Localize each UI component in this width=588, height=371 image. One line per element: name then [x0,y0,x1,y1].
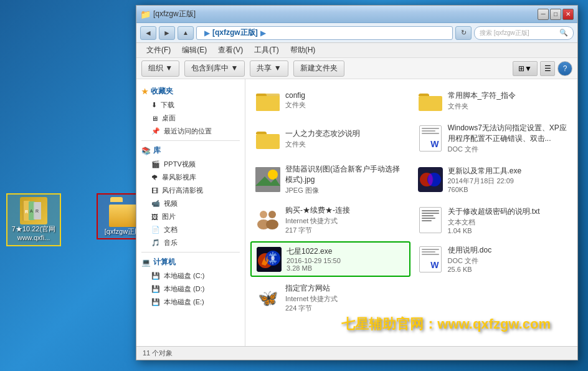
file-item-jpeg[interactable]: 登陆器识别图(适合新客户手动选择模式).jpg JPEG 图像 [250,160,410,199]
search-field[interactable]: 搜索 [qxfzgw正版] 🔍 [474,26,574,40]
nav-fengxing[interactable]: 🎞 风行高清影视 [136,184,245,197]
file-item-official-link[interactable]: 🦋 指定官方网站 Internet 快捷方式 224 字节 [250,279,410,317]
nav-separator-2 [141,252,240,253]
file-name-guide: 一人之力变态攻沙说明 [285,128,405,139]
svg-rect-16 [255,167,280,192]
nav-storm[interactable]: 🌪 暴风影视库 [136,171,245,184]
menu-bar: 文件(F) 编辑(E) 查看(V) 工具(T) 帮助(H) [136,43,577,58]
files-grid: config 文件夹 常用脚本_字符_指令 [250,84,572,317]
desktop-icon-nav: 🖥 [151,115,158,122]
music-icon: 🎵 [151,239,160,247]
up-button[interactable]: ▲ [178,26,194,40]
nav-pptv[interactable]: 🎬 PPTV视频 [136,158,245,171]
address-field[interactable]: ▶ [qxfzgw正版] ▶ [196,26,453,40]
file-name-qixing-exe: 七星1022.exe [287,246,404,257]
menu-edit[interactable]: 编辑(E) [177,44,212,57]
file-size-buy-link: 217 字节 [285,226,405,235]
file-name-config: config [285,91,405,100]
nav-music[interactable]: 🎵 音乐 [136,236,245,249]
forward-button[interactable]: ► [159,26,175,40]
toolbar: 组织 ▼ 包含到库中 ▼ 共享 ▼ 新建文件夹 ⊞▼ ☰ ? [136,58,577,79]
address-arrow2: ▶ [260,29,266,37]
nav-favorites-header[interactable]: ★ 收藏夹 [136,84,245,99]
view-toggle-button[interactable]: ⊞▼ [513,61,538,76]
menu-file[interactable]: 文件(F) [141,44,176,57]
nav-local-c[interactable]: 💾 本地磁盘 (C:) [136,269,245,282]
jpeg-file-icon [255,167,280,192]
file-item-manual-doc[interactable]: W 使用说明.doc DOC 文件 25.6 KB [413,241,573,277]
desktop: R A R 7★10.22(官网www.qxfi... [qxfzgw正版] 七… [0,0,588,371]
file-item-scripts[interactable]: 常用脚本_字符_指令 文件夹 [413,84,573,117]
status-text: 11 个对象 [143,349,173,358]
nav-favorites-label: 收藏夹 [151,86,173,97]
file-name-password-txt: 关于修改超级密码的说明.txt [448,206,568,217]
folder-icon-scripts [418,88,443,113]
menu-view[interactable]: 查看(V) [213,44,248,57]
nav-picture[interactable]: 🖼 图片 [136,210,245,223]
file-meta-tool-exe: 2014年7月18日 22:09 [448,176,568,186]
file-name-jpeg: 登陆器识别图(适合新客户手动选择模式).jpg [285,164,405,185]
close-button[interactable]: ✕ [562,9,574,20]
desktop-icon-winrar[interactable]: R A R 7★10.22(官网www.qxfi... [6,193,61,246]
svg-point-14 [269,168,279,178]
svg-point-23 [268,211,276,218]
doc-icon-win7: W [418,126,443,151]
doc-icon-manual: W [418,247,443,272]
address-path: [qxfzgw正版] [212,27,258,38]
include-library-button[interactable]: 包含到库中 ▼ [184,60,245,77]
svg-marker-15 [255,178,280,187]
fengxing-icon: 🎞 [151,187,158,195]
nav-recent[interactable]: 📌 最近访问的位置 [136,125,245,138]
search-icon: 🔍 [559,29,568,37]
folder-icon-config [255,88,280,113]
explorer-window: 📁 [qxfzgw正版] ─ □ ✕ ◄ ► ▲ ▶ [qxfzgw正版] ▶ … [136,5,578,360]
file-info-tool-exe: 更新以及常用工具.exe 2014年7月18日 22:09 760KB [448,166,568,193]
menu-help[interactable]: 帮助(H) [285,44,321,57]
files-area: config 文件夹 常用脚本_字符_指令 [245,79,577,346]
file-date-qixing-exe: 2016-10-29 15:50 [287,257,404,264]
menu-tools[interactable]: 工具(T) [249,44,283,57]
file-info-password-txt: 关于修改超级密码的说明.txt 文本文档 1.04 KB [448,206,568,234]
minimize-button[interactable]: ─ [538,9,549,20]
file-item-tool-exe[interactable]: 更新以及常用工具.exe 2014年7月18日 22:09 760KB [413,160,573,199]
nav-download[interactable]: ⬇ 下载 [136,99,245,112]
storm-icon: 🌪 [151,174,158,181]
help-button[interactable]: ? [557,61,572,76]
file-item-guide[interactable]: 一人之力变态攻沙说明 文件夹 [250,119,410,158]
refresh-button[interactable]: ↻ [455,26,472,40]
nav-computer-header[interactable]: 💻 计算机 [136,255,245,269]
share-button[interactable]: 共享 ▼ [250,60,288,77]
file-name-manual-doc: 使用说明.doc [448,245,568,256]
nav-video[interactable]: 📹 视频 [136,197,245,210]
file-item-password-txt[interactable]: 关于修改超级密码的说明.txt 文本文档 1.04 KB [413,201,573,239]
file-item-win7doc[interactable]: W Windows7无法访问指定设置、XP应用程序配置不正确错误、双击... D… [413,119,573,158]
new-folder-button[interactable]: 新建文件夹 [293,60,344,77]
file-item-config[interactable]: config 文件夹 [250,84,410,117]
file-info-scripts: 常用脚本_字符_指令 文件夹 [448,90,568,111]
svg-point-21 [260,211,267,218]
file-info-win7doc: Windows7无法访问指定设置、XP应用程序配置不正确错误、双击... DOC… [448,123,568,154]
search-placeholder: 搜索 [qxfzgw正版] [480,29,529,37]
txt-icon-password [418,208,443,233]
content-area: ★ 收藏夹 ⬇ 下载 🖥 桌面 📌 最近访问的位置 📚 [136,79,577,346]
document-icon: 📄 [151,226,160,234]
video-icon: 📹 [151,200,160,208]
file-size-password-txt: 1.04 KB [448,227,568,234]
preview-pane-button[interactable]: ☰ [540,61,555,76]
nav-local-e[interactable]: 💾 本地磁盘 (E:) [136,296,245,309]
nav-desktop[interactable]: 🖥 桌面 [136,112,245,125]
nav-document[interactable]: 📄 文档 [136,223,245,236]
star-icon: ★ [141,87,148,96]
file-item-qixing-exe[interactable]: 七星1022.exe 2016-10-29 15:50 3.28 MB [250,241,410,277]
computer-icon: 💻 [141,258,151,267]
nav-local-d[interactable]: 💾 本地磁盘 (D:) [136,282,245,296]
nav-library-header[interactable]: 📚 库 [136,143,245,158]
file-item-buy-link[interactable]: 购买-★续费★-连接 Internet 快捷方式 217 字节 [250,201,410,239]
svg-text:R: R [25,210,28,214]
organize-button[interactable]: 组织 ▼ [141,60,179,77]
back-button[interactable]: ◄ [140,26,156,40]
title-bar-controls: ─ □ ✕ [538,9,574,20]
title-bar: 📁 [qxfzgw正版] ─ □ ✕ [136,6,577,23]
file-type-win7doc: DOC 文件 [448,145,568,154]
maximize-button[interactable]: □ [550,9,561,20]
